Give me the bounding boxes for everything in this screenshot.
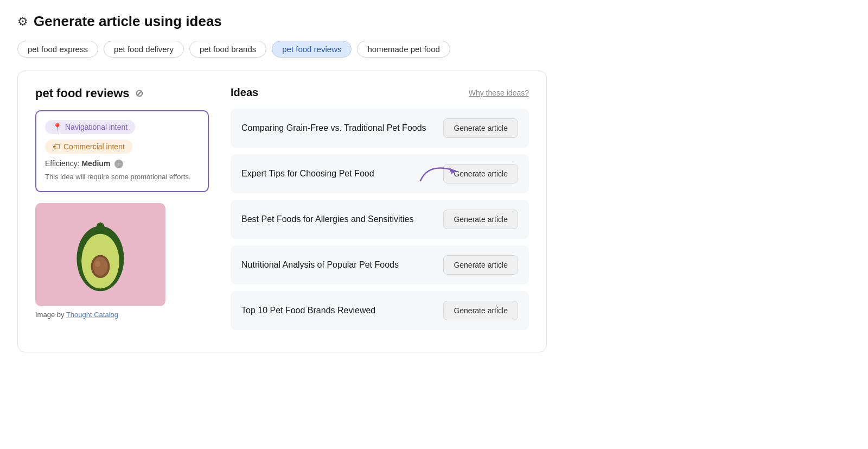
navigational-icon: 📍 [53, 123, 62, 131]
keyword-title-row: pet food reviews ⊘ [35, 86, 209, 100]
svg-point-5 [96, 222, 104, 232]
tag-pet-food-express[interactable]: pet food express [17, 41, 98, 58]
idea-item-idea-5: Top 10 Pet Food Brands ReviewedGenerate … [231, 291, 529, 330]
tag-homemade-pet-food[interactable]: homemade pet food [357, 41, 450, 58]
tag-pet-food-brands[interactable]: pet food brands [189, 41, 266, 58]
avocado-illustration [68, 214, 133, 295]
why-ideas-link[interactable]: Why these ideas? [469, 88, 529, 97]
image-caption: Image by Thought Catalog [35, 311, 209, 319]
idea-text: Expert Tips for Choosing Pet Food [241, 169, 374, 179]
efficiency-value: Medium [81, 159, 110, 168]
tag-pet-food-delivery[interactable]: pet food delivery [104, 41, 184, 58]
idea-item-idea-1: Comparing Grain-Free vs. Traditional Pet… [231, 109, 529, 148]
header-icon: ⚙ [17, 15, 28, 29]
generate-btn-idea-2[interactable]: Generate article [443, 164, 518, 184]
commercial-intent-badge: 🏷 Commercial intent [45, 140, 132, 154]
generate-btn-idea-3[interactable]: Generate article [443, 210, 518, 229]
idea-item-idea-4: Nutritional Analysis of Popular Pet Food… [231, 245, 529, 284]
ideas-list: Comparing Grain-Free vs. Traditional Pet… [231, 109, 529, 330]
keyword-image [35, 203, 165, 306]
intent-box: 📍 Navigational intent 🏷 Commercial inten… [35, 110, 209, 192]
image-credit-link[interactable]: Thought Catalog [66, 311, 118, 319]
ideas-header: Ideas Why these ideas? [231, 86, 529, 99]
idea-text: Best Pet Foods for Allergies and Sensiti… [241, 214, 414, 224]
commercial-icon: 🏷 [53, 142, 60, 151]
edit-icon[interactable]: ⊘ [135, 87, 143, 99]
efficiency-row: Efficiency: Medium i [45, 159, 199, 168]
image-block: Image by Thought Catalog [35, 203, 209, 319]
idea-item-idea-2: Expert Tips for Choosing Pet Food Genera… [231, 154, 529, 193]
generate-btn-idea-4[interactable]: Generate article [443, 255, 518, 275]
generate-btn-idea-5[interactable]: Generate article [443, 301, 518, 320]
svg-point-3 [93, 257, 107, 276]
navigational-intent-badge: 📍 Navigational intent [45, 120, 135, 134]
idea-text: Comparing Grain-Free vs. Traditional Pet… [241, 123, 426, 133]
svg-point-4 [95, 261, 100, 267]
right-panel: Ideas Why these ideas? Comparing Grain-F… [231, 86, 529, 337]
idea-text: Nutritional Analysis of Popular Pet Food… [241, 260, 399, 270]
left-panel: pet food reviews ⊘ 📍 Navigational intent… [35, 86, 209, 337]
idea-text: Top 10 Pet Food Brands Reviewed [241, 306, 375, 315]
main-card: pet food reviews ⊘ 📍 Navigational intent… [17, 71, 547, 352]
info-icon[interactable]: i [114, 160, 123, 168]
idea-item-idea-3: Best Pet Foods for Allergies and Sensiti… [231, 200, 529, 239]
keyword-label: pet food reviews [35, 86, 130, 100]
generate-btn-idea-1[interactable]: Generate article [443, 118, 518, 138]
efficiency-desc: This idea will require some promotional … [45, 172, 199, 182]
tag-pet-food-reviews[interactable]: pet food reviews [272, 41, 352, 58]
tags-row: pet food expresspet food deliverypet foo… [17, 41, 547, 58]
page-header: ⚙ Generate article using ideas [17, 13, 547, 30]
page-title: Generate article using ideas [34, 13, 222, 30]
ideas-title: Ideas [231, 86, 258, 99]
